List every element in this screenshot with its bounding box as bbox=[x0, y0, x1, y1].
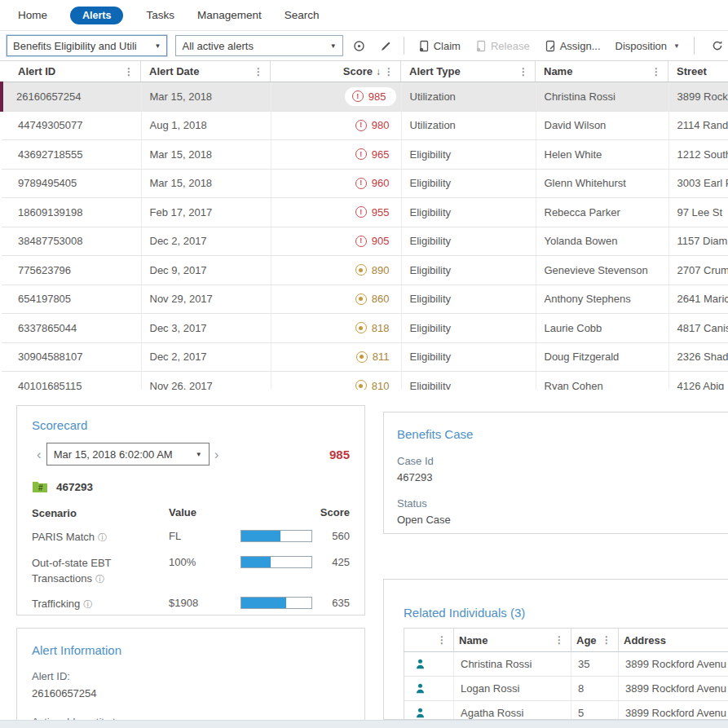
scenario-name: Out-of-state EBT Transactionsⓘ bbox=[32, 556, 169, 587]
horizontal-scrollbar-track[interactable] bbox=[0, 720, 728, 728]
refresh-icon[interactable] bbox=[706, 35, 728, 56]
release-button[interactable]: Release bbox=[475, 40, 530, 52]
column-header-age[interactable]: Age⋮ bbox=[571, 629, 619, 652]
column-header-alert-date[interactable]: Alert Date⋮ bbox=[141, 61, 271, 82]
score-bar bbox=[240, 530, 312, 542]
alert-details-icon[interactable] bbox=[348, 35, 370, 56]
column-menu-icon[interactable]: ⋮ bbox=[600, 634, 613, 646]
edit-pencil-icon[interactable] bbox=[375, 35, 397, 56]
alert-information-title[interactable]: Alert Information bbox=[32, 643, 121, 657]
alert-type-cell: Utilization bbox=[401, 111, 536, 140]
alert-row[interactable]: 43692718555 Mar 15, 2018 965 Eligibility… bbox=[2, 140, 728, 170]
scorecard-total-score: 985 bbox=[329, 448, 350, 461]
score-bar bbox=[240, 556, 312, 568]
column-header-name[interactable]: Name⋮ bbox=[536, 61, 668, 82]
alert-street-cell: 3899 Rockf bbox=[668, 82, 728, 112]
alert-row[interactable]: 30904588107 Dec 2, 2017 811 Eligibility … bbox=[2, 342, 728, 372]
nav-item[interactable]: Alerts bbox=[70, 7, 123, 24]
alert-score-cell: 960 bbox=[271, 169, 401, 198]
alert-id-value: 26160657254 bbox=[32, 687, 350, 699]
related-header-row: ⋮ Name⋮ Age⋮ Address bbox=[404, 629, 728, 652]
chevron-left-icon[interactable]: ‹ bbox=[32, 448, 46, 461]
alert-type-cell: Eligibility bbox=[401, 342, 536, 372]
info-icon[interactable]: ⓘ bbox=[95, 574, 104, 584]
nav-item[interactable]: Home bbox=[18, 9, 47, 21]
individual-address-cell: 3899 Rockford Avenu bbox=[619, 701, 728, 721]
chevron-down-icon: ▼ bbox=[155, 42, 161, 50]
score-value: 811 bbox=[373, 351, 390, 363]
alert-id-cell: 775623796 bbox=[2, 256, 141, 285]
alert-id-cell: 9789495405 bbox=[2, 169, 141, 198]
claim-button[interactable]: Claim bbox=[418, 40, 461, 52]
alert-row[interactable]: 6337865044 Dec 3, 2017 818 Eligibility L… bbox=[2, 314, 728, 343]
severity-icon bbox=[355, 236, 367, 247]
alert-date-cell: Mar 15, 2018 bbox=[141, 140, 271, 170]
column-header-score[interactable]: Score↓⋮ bbox=[271, 61, 401, 82]
alert-row[interactable]: 38487753008 Dec 2, 2017 905 Eligibility … bbox=[2, 227, 728, 256]
individual-name-cell: Agatha Rossi bbox=[454, 701, 571, 721]
assign-icon bbox=[545, 40, 556, 52]
alert-date-cell: Dec 2, 2017 bbox=[141, 227, 271, 256]
column-menu-icon[interactable]: ⋮ bbox=[650, 66, 663, 77]
column-menu-icon[interactable]: ⋮ bbox=[252, 66, 265, 77]
scenario-value: 100% bbox=[169, 556, 240, 568]
score-badge: 965 bbox=[349, 146, 396, 163]
alert-street-cell: 4126 Abig bbox=[668, 372, 728, 390]
column-menu-icon[interactable]: ⋮ bbox=[122, 66, 135, 77]
individual-address-cell: 3899 Rockford Avenu bbox=[619, 677, 728, 701]
column-menu-icon[interactable]: ⋮ bbox=[517, 66, 530, 77]
individual-age-cell: 8 bbox=[571, 677, 619, 701]
score-value: 810 bbox=[372, 380, 390, 390]
benefits-case-title[interactable]: Benefits Case bbox=[397, 427, 473, 441]
assign-button[interactable]: Assign... bbox=[545, 40, 601, 52]
column-header-alert-type[interactable]: Alert Type⋮ bbox=[401, 61, 536, 82]
column-header-drag[interactable]: ⋮ bbox=[404, 629, 454, 652]
nav-item[interactable]: Search bbox=[285, 9, 320, 21]
alert-row[interactable]: 26160657254 Mar 15, 2018 985 Utilization… bbox=[2, 82, 728, 112]
alert-type-cell: Utilization bbox=[401, 82, 536, 112]
info-icon[interactable]: ⓘ bbox=[83, 599, 92, 609]
score-badge: 905 bbox=[349, 232, 396, 249]
scenario-row: Traffickingⓘ $1908 635 bbox=[32, 597, 350, 612]
column-header-address[interactable]: Address bbox=[619, 629, 728, 652]
scorecard-title[interactable]: Scorecard bbox=[32, 418, 87, 432]
column-menu-icon[interactable]: ⋮ bbox=[435, 634, 448, 646]
toolbar-divider bbox=[694, 37, 695, 55]
top-nav: Home Alerts Tasks Management Search bbox=[0, 0, 728, 31]
individual-name-cell: Christina Rossi bbox=[454, 652, 571, 677]
queue-filter-select[interactable]: Benefits Eligibility and Utili ▼ bbox=[7, 35, 167, 56]
column-menu-icon[interactable]: ⋮ bbox=[382, 66, 395, 77]
alert-row[interactable]: 775623796 Dec 9, 2017 890 Eligibility Ge… bbox=[2, 256, 728, 285]
scenario-score: 635 bbox=[312, 597, 350, 609]
view-filter-select[interactable]: All active alerts ▼ bbox=[175, 35, 342, 56]
alert-row[interactable]: 654197805 Nov 29, 2017 860 Eligibility A… bbox=[2, 285, 728, 314]
score-badge: 860 bbox=[349, 290, 396, 307]
column-header-name[interactable]: Name⋮ bbox=[454, 629, 571, 652]
disposition-button[interactable]: Disposition ▼ bbox=[615, 40, 681, 52]
info-icon[interactable]: ⓘ bbox=[98, 532, 107, 542]
severity-icon bbox=[355, 322, 367, 333]
related-individuals-title[interactable]: Related Individuals (3) bbox=[404, 606, 728, 620]
alert-row[interactable]: 44749305077 Aug 1, 2018 980 Utilization … bbox=[2, 111, 728, 140]
chevron-right-icon[interactable]: › bbox=[210, 448, 224, 461]
alert-id-cell: 44749305077 bbox=[2, 111, 141, 140]
nav-item[interactable]: Management bbox=[197, 9, 262, 21]
column-menu-icon[interactable]: ⋮ bbox=[553, 634, 566, 646]
snapshot-select[interactable]: Mar 15, 2018 6:02:00 AM ▼ bbox=[46, 443, 210, 465]
scenario-score: 560 bbox=[312, 530, 350, 542]
individual-row[interactable]: Agatha Rossi 5 3899 Rockford Avenu bbox=[404, 701, 728, 721]
column-header-street[interactable]: Street bbox=[668, 61, 728, 82]
svg-text:#: # bbox=[38, 483, 43, 492]
nav-item[interactable]: Tasks bbox=[146, 9, 174, 21]
alert-street-cell: 1157 Diam bbox=[668, 227, 728, 256]
individual-row[interactable]: Christina Rossi 35 3899 Rockford Avenu bbox=[404, 652, 728, 677]
alert-row[interactable]: 40101685115 Nov 26, 2017 810 Eligibility… bbox=[2, 372, 728, 390]
alert-score-cell: 980 bbox=[271, 111, 401, 140]
person-icon bbox=[414, 682, 426, 695]
column-header-alert-id[interactable]: Alert ID⋮ bbox=[2, 61, 141, 82]
alert-row[interactable]: 9789495405 Mar 15, 2018 960 Eligibility … bbox=[2, 169, 728, 198]
alerts-grid: Alert ID⋮ Alert Date⋮ Score↓⋮ Alert Type… bbox=[0, 61, 728, 390]
alert-id-cell: 6337865044 bbox=[2, 314, 141, 343]
individual-row[interactable]: Logan Rossi 8 3899 Rockford Avenu bbox=[404, 677, 728, 701]
alert-row[interactable]: 18609139198 Feb 17, 2017 955 Eligibility… bbox=[2, 198, 728, 227]
